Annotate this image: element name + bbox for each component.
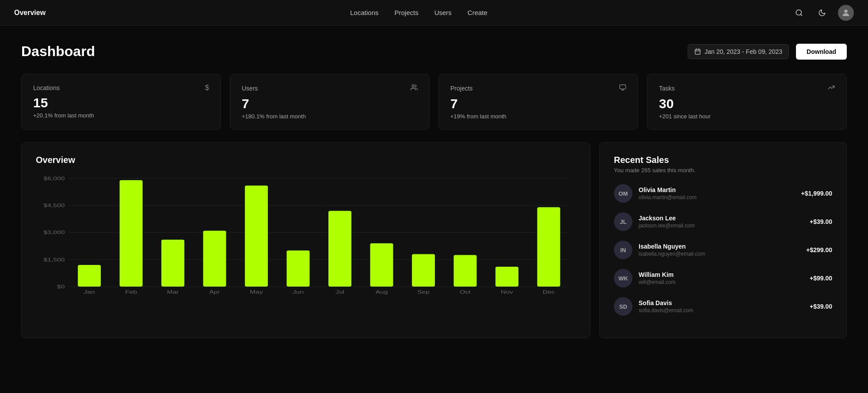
sales-list: OM Olivia Martin olivia.martin@email.com… bbox=[614, 184, 832, 316]
svg-text:$3,000: $3,000 bbox=[44, 230, 65, 235]
sale-name: Olivia Martin bbox=[639, 186, 801, 193]
stat-change-tasks: +201 since last hour bbox=[659, 113, 835, 120]
tasks-icon bbox=[828, 84, 835, 93]
svg-rect-35 bbox=[370, 243, 393, 287]
sale-avatar: WK bbox=[614, 269, 632, 287]
bar-chart: $0$1,500$3,000$4,500$6,000JanFebMarAprMa… bbox=[36, 174, 576, 306]
sale-info: Isabella Nguyen isabella.nguyen@email.co… bbox=[639, 243, 806, 257]
svg-text:Jul: Jul bbox=[335, 289, 344, 295]
svg-rect-23 bbox=[120, 180, 143, 287]
stat-change-projects: +19% from last month bbox=[450, 113, 626, 120]
stat-label-projects: Projects bbox=[450, 85, 473, 92]
svg-text:Jun: Jun bbox=[293, 289, 304, 295]
svg-point-7 bbox=[412, 85, 414, 87]
search-button[interactable] bbox=[792, 6, 806, 20]
chart-title: Overview bbox=[36, 155, 576, 165]
svg-text:Apr: Apr bbox=[209, 289, 220, 295]
sale-amount: +$1,999.00 bbox=[801, 190, 832, 197]
svg-rect-29 bbox=[245, 185, 268, 287]
svg-rect-3 bbox=[695, 49, 700, 54]
sale-email: isabella.nguyen@email.com bbox=[639, 251, 806, 257]
sale-info: Jackson Lee jackson.lee@email.com bbox=[639, 215, 810, 229]
projects-icon bbox=[619, 84, 626, 93]
svg-text:Mar: Mar bbox=[167, 289, 179, 295]
main-content: Dashboard Jan 20, 2023 - Feb 09, 2023 Do… bbox=[0, 26, 868, 356]
svg-rect-43 bbox=[537, 207, 560, 287]
sale-item: OM Olivia Martin olivia.martin@email.com… bbox=[614, 184, 832, 203]
dollar-icon: $ bbox=[205, 84, 209, 92]
sale-amount: +$299.00 bbox=[806, 246, 832, 253]
sale-email: will@email.com bbox=[639, 279, 810, 285]
date-range[interactable]: Jan 20, 2023 - Feb 09, 2023 bbox=[688, 44, 789, 59]
sale-item: JL Jackson Lee jackson.lee@email.com +$3… bbox=[614, 212, 832, 231]
svg-line-1 bbox=[800, 14, 802, 15]
svg-text:Nov: Nov bbox=[501, 289, 513, 295]
chart-area: $0$1,500$3,000$4,500$6,000JanFebMarAprMa… bbox=[36, 174, 576, 306]
svg-text:$1,500: $1,500 bbox=[44, 257, 65, 262]
stat-card-users-header: Users bbox=[242, 84, 418, 93]
svg-rect-33 bbox=[328, 211, 351, 287]
sale-name: Isabella Nguyen bbox=[639, 243, 806, 250]
sales-subtitle: You made 265 sales this month. bbox=[614, 167, 832, 174]
navbar-actions bbox=[792, 5, 854, 21]
user-avatar[interactable] bbox=[838, 5, 854, 21]
svg-text:$0: $0 bbox=[57, 284, 65, 289]
stat-card-locations-header: Locations $ bbox=[33, 84, 209, 92]
svg-text:Sep: Sep bbox=[417, 289, 430, 295]
sales-title: Recent Sales bbox=[614, 155, 832, 165]
stat-value-projects: 7 bbox=[450, 96, 626, 111]
search-icon bbox=[795, 9, 803, 17]
nav-locations[interactable]: Locations bbox=[350, 9, 378, 16]
sale-email: jackson.lee@email.com bbox=[639, 223, 810, 229]
sale-item: IN Isabella Nguyen isabella.nguyen@email… bbox=[614, 241, 832, 259]
sale-info: William Kim will@email.com bbox=[639, 271, 810, 285]
sale-name: Sofia Davis bbox=[639, 299, 810, 306]
stat-value-tasks: 30 bbox=[659, 96, 835, 111]
stat-label-tasks: Tasks bbox=[659, 85, 675, 92]
stat-card-projects-header: Projects bbox=[450, 84, 626, 93]
svg-point-2 bbox=[844, 9, 847, 12]
stat-change-locations: +20.1% from last month bbox=[33, 112, 209, 119]
svg-text:Jan: Jan bbox=[84, 289, 95, 295]
sale-info: Sofia Davis sofia.davis@email.com bbox=[639, 299, 810, 314]
svg-rect-21 bbox=[78, 265, 101, 287]
nav-create[interactable]: Create bbox=[468, 9, 487, 16]
stat-card-users: Users 7 +180.1% from last month bbox=[230, 74, 430, 130]
stat-label-users: Users bbox=[242, 85, 258, 92]
calendar-icon bbox=[694, 48, 701, 55]
sale-email: sofia.davis@email.com bbox=[639, 307, 810, 314]
svg-text:Dec: Dec bbox=[543, 289, 555, 295]
sale-amount: +$99.00 bbox=[810, 275, 832, 282]
navbar: Overview Locations Projects Users Create bbox=[0, 0, 868, 26]
sale-avatar: JL bbox=[614, 212, 632, 231]
nav-links: Locations Projects Users Create bbox=[350, 9, 487, 17]
sale-item: WK William Kim will@email.com +$99.00 bbox=[614, 269, 832, 287]
sale-amount: +$39.00 bbox=[810, 303, 832, 310]
bottom-row: Overview $0$1,500$3,000$4,500$6,000JanFe… bbox=[21, 142, 847, 338]
chart-card: Overview $0$1,500$3,000$4,500$6,000JanFe… bbox=[21, 142, 590, 338]
stat-value-locations: 15 bbox=[33, 95, 209, 110]
svg-text:Aug: Aug bbox=[376, 289, 388, 295]
svg-text:May: May bbox=[250, 289, 263, 295]
svg-rect-25 bbox=[161, 240, 184, 287]
nav-users[interactable]: Users bbox=[434, 9, 452, 16]
stat-card-locations: Locations $ 15 +20.1% from last month bbox=[21, 74, 221, 130]
avatar-icon bbox=[841, 8, 851, 18]
theme-toggle-button[interactable] bbox=[815, 6, 829, 20]
stat-card-projects: Projects 7 +19% from last month bbox=[438, 74, 638, 130]
sale-avatar: IN bbox=[614, 241, 632, 259]
sale-name: William Kim bbox=[639, 271, 810, 278]
header-right: Jan 20, 2023 - Feb 09, 2023 Download bbox=[688, 44, 847, 60]
svg-rect-27 bbox=[203, 231, 226, 287]
sale-avatar: OM bbox=[614, 184, 632, 203]
brand: Overview bbox=[14, 9, 46, 17]
download-button[interactable]: Download bbox=[796, 44, 847, 60]
svg-rect-41 bbox=[495, 267, 518, 287]
sale-name: Jackson Lee bbox=[639, 215, 810, 222]
svg-rect-37 bbox=[412, 254, 435, 287]
svg-rect-31 bbox=[287, 250, 310, 287]
nav-projects[interactable]: Projects bbox=[394, 9, 418, 16]
svg-rect-8 bbox=[620, 85, 625, 89]
date-range-text: Jan 20, 2023 - Feb 09, 2023 bbox=[704, 48, 782, 55]
sale-avatar: SD bbox=[614, 297, 632, 316]
